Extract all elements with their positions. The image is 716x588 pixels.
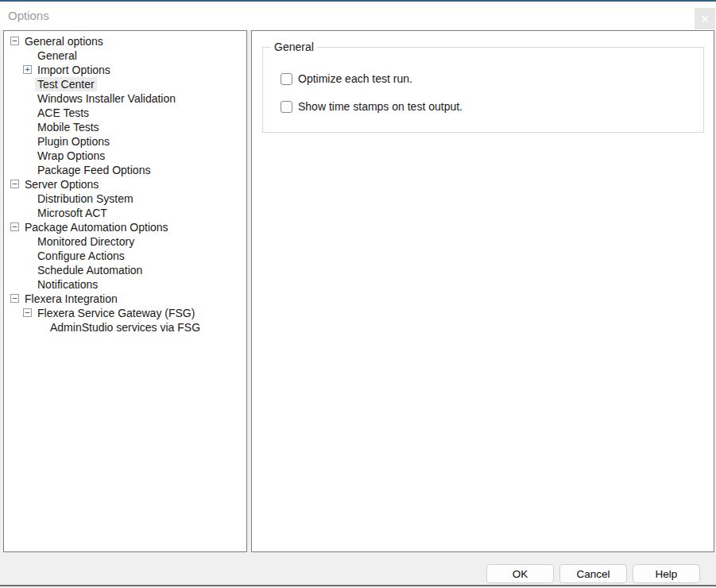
groupbox-title: General	[271, 41, 317, 53]
tree-item-label[interactable]: Monitored Directory	[35, 234, 137, 249]
close-button[interactable]: ✕	[695, 8, 715, 29]
tree-item-schedule-automation[interactable]: Schedule Automation	[4, 263, 246, 277]
checkbox-row-optimize-each-test-run[interactable]: Optimize each test run.	[281, 70, 703, 87]
tree-item-flexera-service-gateway-fsg[interactable]: − Flexera Service Gateway (FSG)	[4, 306, 246, 320]
window-bottom-edge	[0, 585, 716, 586]
tree-item-notifications[interactable]: Notifications	[4, 277, 246, 292]
tree-item-adminstudio-services-via-fsg[interactable]: AdminStudio services via FSG	[4, 320, 246, 335]
tree-item-label[interactable]: Microsoft ACT	[35, 206, 110, 220]
close-icon: ✕	[700, 14, 710, 25]
tree-item-import-options[interactable]: + Import Options	[4, 63, 246, 77]
footer-button-bar: OKCancelHelp	[486, 564, 700, 583]
help-button[interactable]: Help	[633, 564, 700, 583]
tree-item-label[interactable]: Package Feed Options	[35, 163, 153, 177]
tree-item-label[interactable]: ACE Tests	[35, 106, 91, 120]
tree-item-label[interactable]: Server Options	[22, 177, 101, 191]
tree-item-general-options[interactable]: − General options	[4, 34, 246, 48]
tree-item-label[interactable]: Flexera Service Gateway (FSG)	[35, 306, 197, 320]
tree-item-label[interactable]: Schedule Automation	[35, 263, 145, 277]
tree-item-label[interactable]: Distribution System	[35, 191, 136, 206]
window-title: Options	[8, 9, 49, 22]
tree-item-general[interactable]: General	[4, 48, 246, 63]
checkbox-label[interactable]: Show time stamps on test output.	[298, 100, 462, 113]
tree-item-server-options[interactable]: − Server Options	[4, 177, 246, 191]
checkbox-box-icon[interactable]	[281, 73, 292, 85]
tree-item-ace-tests[interactable]: ACE Tests	[4, 106, 246, 120]
tree-item-microsoft-act[interactable]: Microsoft ACT	[4, 206, 246, 220]
settings-content-panel: General Optimize each test run. Show tim…	[251, 30, 714, 552]
tree-minus-icon[interactable]: −	[23, 308, 32, 317]
tree-item-package-automation-options[interactable]: − Package Automation Options	[4, 220, 246, 234]
tree-item-label[interactable]: General options	[22, 34, 106, 48]
tree-minus-icon[interactable]: −	[10, 222, 19, 231]
tree-item-flexera-integration[interactable]: − Flexera Integration	[4, 292, 246, 306]
tree-item-label[interactable]: Test Center	[35, 77, 97, 91]
tree-item-mobile-tests[interactable]: Mobile Tests	[4, 120, 246, 134]
tree-item-label[interactable]: Plugin Options	[35, 134, 112, 149]
tree-minus-icon[interactable]: −	[10, 294, 19, 303]
tree-item-label[interactable]: Flexera Integration	[22, 292, 120, 306]
tree-item-label[interactable]: Windows Installer Validation	[35, 91, 178, 106]
general-groupbox: General Optimize each test run. Show tim…	[262, 47, 704, 133]
tree-plus-icon[interactable]: +	[23, 65, 32, 74]
tree-item-label[interactable]: General	[35, 48, 79, 63]
tree-item-label[interactable]: Import Options	[35, 63, 113, 77]
tree-item-distribution-system[interactable]: Distribution System	[4, 191, 246, 206]
tree-item-label[interactable]: Wrap Options	[35, 149, 107, 163]
tree-item-package-feed-options[interactable]: Package Feed Options	[4, 163, 246, 177]
tree-item-label[interactable]: Mobile Tests	[35, 120, 102, 134]
tree-minus-icon[interactable]: −	[10, 180, 19, 188]
options-tree: − General options General + Import Optio…	[3, 30, 247, 552]
tree-item-configure-actions[interactable]: Configure Actions	[4, 249, 246, 263]
tree-minus-icon[interactable]: −	[10, 37, 19, 45]
checkbox-box-icon[interactable]	[281, 101, 292, 113]
cancel-button[interactable]: Cancel	[559, 564, 627, 583]
tree-item-label[interactable]: AdminStudio services via FSG	[48, 320, 203, 335]
tree-item-test-center[interactable]: Test Center	[4, 77, 246, 91]
tree-item-label[interactable]: Package Automation Options	[22, 220, 171, 234]
ok-button[interactable]: OK	[486, 564, 554, 583]
checkbox-label[interactable]: Optimize each test run.	[298, 72, 412, 85]
checkbox-row-show-time-stamps-on-test-output[interactable]: Show time stamps on test output.	[281, 98, 703, 115]
tree-item-windows-installer-validation[interactable]: Windows Installer Validation	[4, 91, 246, 106]
tree-item-label[interactable]: Configure Actions	[35, 249, 127, 263]
tree-item-monitored-directory[interactable]: Monitored Directory	[4, 234, 246, 249]
tree-item-wrap-options[interactable]: Wrap Options	[4, 149, 246, 163]
tree-item-plugin-options[interactable]: Plugin Options	[4, 134, 246, 149]
tree-item-label[interactable]: Notifications	[35, 277, 100, 292]
titlebar: Options ✕	[0, 2, 716, 30]
